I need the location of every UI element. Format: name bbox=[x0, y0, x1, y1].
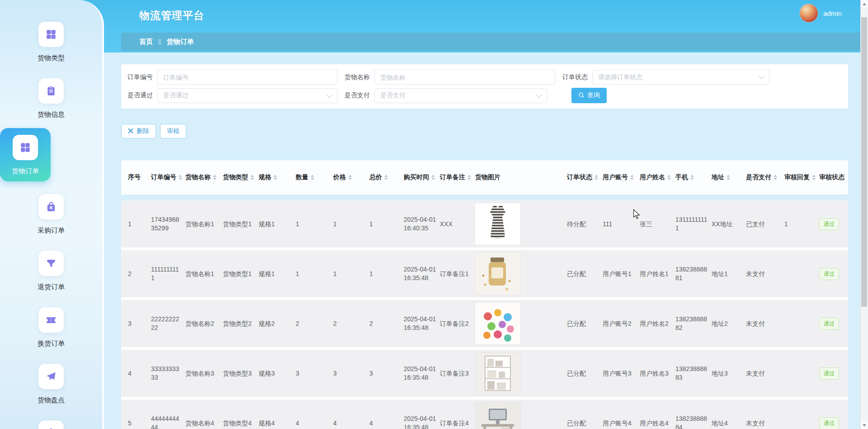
cell-index: 3 bbox=[128, 319, 151, 328]
scroll-up-icon[interactable] bbox=[861, 0, 868, 8]
funnel-icon bbox=[38, 251, 64, 276]
sort-carets-icon[interactable] bbox=[726, 175, 730, 180]
cell-account: 用户账号2 bbox=[603, 319, 640, 328]
sidebar-item-exchange-order[interactable]: 换货订单 bbox=[0, 307, 102, 348]
sidebar-item-cargo-inventory[interactable]: 货物盘点 bbox=[0, 364, 102, 405]
sort-carets-icon[interactable] bbox=[774, 175, 777, 180]
column-header-remark[interactable]: 订单备注 bbox=[440, 173, 475, 181]
sort-carets-icon[interactable] bbox=[311, 175, 314, 180]
grid-icon bbox=[38, 22, 64, 47]
breadcrumb-home[interactable]: 首页 bbox=[139, 38, 153, 46]
sidebar-item-cargo-type[interactable]: 货物类型 bbox=[0, 22, 102, 62]
sidebar-item-partial-item[interactable] bbox=[0, 420, 102, 429]
cell-index: 4 bbox=[128, 369, 151, 378]
cell-status: 已分配 bbox=[567, 419, 603, 428]
sort-carets-icon[interactable] bbox=[431, 175, 435, 180]
pass-select[interactable]: 是否通过 bbox=[157, 88, 337, 103]
sidebar-item-purchase-order[interactable]: 采购订单 bbox=[0, 194, 102, 235]
user-menu[interactable]: admin bbox=[800, 4, 842, 22]
sidebar-item-cargo-order[interactable]: 货物订单 bbox=[0, 128, 51, 181]
sort-carets-icon[interactable] bbox=[384, 175, 388, 180]
cell-qty: 4 bbox=[296, 419, 333, 428]
column-header-user_name[interactable]: 用户姓名 bbox=[640, 173, 675, 181]
vertical-scrollbar[interactable] bbox=[860, 0, 868, 429]
order-status-select[interactable]: 请选择订单状态 bbox=[592, 70, 769, 85]
cell-goods_name: 货物名称1 bbox=[185, 220, 223, 229]
cell-goods_type: 货物类型1 bbox=[223, 270, 259, 278]
sort-carets-icon[interactable] bbox=[812, 175, 816, 180]
column-header-goods_type[interactable]: 货物类型 bbox=[223, 173, 259, 181]
cell-order_no: 3333333333 bbox=[151, 365, 185, 382]
cell-buy_time: 2025-04-01 16:35:48 bbox=[404, 315, 440, 332]
sidebar-item-cargo-info[interactable]: 货物信息 bbox=[0, 78, 102, 119]
avatar[interactable] bbox=[800, 4, 818, 22]
breadcrumb-separator-icon: Ξ bbox=[158, 38, 161, 45]
sidebar-item-label: 货物订单 bbox=[12, 167, 39, 176]
audit-button[interactable]: 审核 bbox=[160, 124, 186, 138]
table-row[interactable]: 21111111111货物名称1货物类型1规格11112025-04-01 16… bbox=[121, 250, 848, 300]
cell-qty: 1 bbox=[296, 220, 333, 229]
cell-phone: 13823888881 bbox=[675, 265, 712, 282]
cell-account: 用户账号3 bbox=[603, 369, 640, 378]
user-name: admin bbox=[823, 10, 842, 17]
goods-name-input[interactable] bbox=[374, 70, 555, 85]
column-header-account[interactable]: 用户账号 bbox=[603, 173, 640, 181]
cell-audit: 通过 bbox=[819, 367, 848, 380]
column-header-qty[interactable]: 数量 bbox=[296, 173, 333, 181]
sidebar-item-return-order[interactable]: 退货订单 bbox=[0, 251, 102, 291]
cell-image bbox=[475, 253, 567, 295]
column-header-reply[interactable]: 审核回复 bbox=[784, 173, 819, 181]
cell-goods_name: 货物名称1 bbox=[185, 270, 223, 278]
cell-address: 地址3 bbox=[712, 369, 746, 378]
sort-carets-icon[interactable] bbox=[594, 175, 598, 180]
paid-select[interactable]: 是否支付 bbox=[374, 88, 547, 103]
table-row[interactable]: 43333333333货物名称3货物类型3规格33332025-04-01 16… bbox=[121, 350, 848, 400]
cell-buy_time: 2025-04-01 16:35:48 bbox=[404, 365, 440, 382]
cell-goods_type: 货物类型3 bbox=[223, 369, 259, 378]
cell-index: 2 bbox=[128, 270, 151, 278]
cell-image bbox=[475, 303, 567, 344]
sidebar-item-label: 货物信息 bbox=[38, 110, 65, 119]
sort-carets-icon[interactable] bbox=[250, 175, 254, 180]
column-header-spec[interactable]: 规格 bbox=[259, 173, 296, 181]
sort-carets-icon[interactable] bbox=[467, 175, 471, 180]
sort-carets-icon[interactable] bbox=[667, 175, 671, 180]
sort-carets-icon[interactable] bbox=[179, 175, 182, 180]
column-header-address[interactable]: 地址 bbox=[712, 173, 746, 181]
cell-paid: 未支付 bbox=[746, 419, 784, 428]
cell-phone: 13823888883 bbox=[675, 365, 712, 382]
close-icon bbox=[128, 128, 133, 135]
column-header-phone[interactable]: 手机 bbox=[675, 173, 712, 181]
sort-carets-icon[interactable] bbox=[690, 175, 694, 180]
sort-carets-icon[interactable] bbox=[213, 175, 217, 180]
table-row[interactable]: 54444444444货物名称4货物类型4规格44442025-04-01 16… bbox=[121, 400, 848, 429]
cell-goods_type: 货物类型4 bbox=[223, 419, 259, 428]
column-header-total[interactable]: 总价 bbox=[369, 173, 404, 181]
sort-carets-icon[interactable] bbox=[274, 175, 277, 180]
column-header-buy_time[interactable]: 购买时间 bbox=[404, 173, 440, 181]
cell-price: 3 bbox=[333, 369, 369, 378]
column-header-goods_name[interactable]: 货物名称 bbox=[185, 173, 223, 181]
scroll-down-icon[interactable] bbox=[861, 421, 868, 429]
bag-x-icon bbox=[38, 194, 64, 219]
cell-image bbox=[475, 203, 567, 245]
search-button[interactable]: 查询 bbox=[571, 88, 607, 103]
column-header-price[interactable]: 价格 bbox=[333, 173, 369, 181]
cell-paid: 已支付 bbox=[746, 220, 784, 229]
scrollbar-thumb[interactable] bbox=[861, 17, 867, 307]
cell-audit: 通过 bbox=[819, 318, 848, 330]
page-title: 物流管理平台 bbox=[139, 9, 204, 23]
column-header-paid[interactable]: 是否支付 bbox=[746, 173, 784, 181]
table-row[interactable]: 11743496835299货物名称1货物类型1规格11112025-04-01… bbox=[121, 200, 848, 250]
sort-carets-icon[interactable] bbox=[348, 175, 352, 180]
order-no-input[interactable] bbox=[157, 70, 337, 85]
clipboard-check-icon bbox=[38, 420, 64, 429]
column-header-status[interactable]: 订单状态 bbox=[567, 173, 603, 181]
table-row[interactable]: 32222222222货物名称2货物类型2规格22222025-04-01 16… bbox=[121, 300, 848, 350]
cell-total: 3 bbox=[369, 369, 404, 378]
delete-button[interactable]: 删除 bbox=[121, 124, 156, 138]
sort-carets-icon[interactable] bbox=[630, 175, 634, 180]
grid-icon bbox=[13, 135, 38, 160]
sidebar-item-label: 货物类型 bbox=[38, 54, 65, 62]
column-header-order_no[interactable]: 订单编号 bbox=[151, 173, 185, 181]
